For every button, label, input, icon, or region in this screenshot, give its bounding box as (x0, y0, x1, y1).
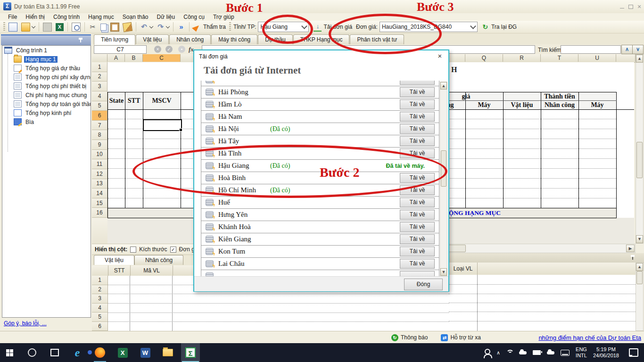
province-row[interactable]: Hà Nam Tải về (201, 110, 439, 123)
selected-cell-c7[interactable] (143, 119, 182, 131)
row-header[interactable]: 13 (92, 179, 107, 189)
eta-app-button[interactable]: Σ (181, 343, 200, 362)
row-header[interactable]: 14 (92, 189, 107, 198)
row-header[interactable]: 7 (92, 121, 107, 131)
tab-tien-luong[interactable]: Tiên lượng (94, 34, 135, 45)
onedrive-icon[interactable] (519, 351, 527, 354)
column-header-r[interactable]: R (503, 54, 541, 62)
bottom-row-header[interactable]: 4 (92, 304, 108, 313)
header-don-gia-may[interactable]: Máy (466, 101, 503, 109)
province-row[interactable]: Lai Châu Tải về (201, 257, 439, 270)
corner-cell[interactable] (92, 54, 107, 62)
bottom-row-header[interactable]: 3 (92, 294, 108, 304)
new-button[interactable] (7, 22, 19, 32)
download-button[interactable]: Tải về (400, 234, 435, 244)
explorer-button[interactable] (158, 343, 177, 362)
download-button-partial[interactable] (400, 81, 435, 85)
firefox-button[interactable] (91, 343, 109, 362)
download-button[interactable]: Tải về (400, 124, 435, 134)
excel-button[interactable]: X (113, 343, 132, 362)
run-button[interactable]: » (175, 22, 187, 32)
limitations-link[interactable]: những điểm hạn chế của Dự toán Eta (538, 334, 641, 341)
cortana-button[interactable] (23, 343, 41, 362)
province-row[interactable]: Huế Tải về (201, 196, 439, 209)
scroll-thumb[interactable] (636, 142, 643, 178)
cloud-upload-icon[interactable] (547, 351, 554, 354)
ie-button[interactable]: e (68, 343, 87, 362)
tree-item[interactable]: Tổng hợp chi phí thiết bị (14, 82, 91, 90)
row-header[interactable]: 1 (92, 62, 107, 72)
scroll-up-icon[interactable]: ▲ (636, 263, 643, 271)
province-row[interactable]: Hải Phòng Tải về (201, 86, 439, 99)
tham-tra-button[interactable]: Thẩm tra (191, 22, 228, 32)
column-header-a[interactable]: A (107, 54, 125, 62)
download-button-partial[interactable] (400, 271, 435, 276)
scroll-down-icon[interactable]: ▼ (440, 268, 447, 276)
bottom-col-ma-vl[interactable]: Mã VL (131, 265, 173, 276)
province-row[interactable]: Kiên Giang Tải về (201, 233, 439, 246)
tree-item[interactable]: Tổng hợp kinh phí (14, 108, 91, 117)
menu-item[interactable]: Công cụ (179, 13, 209, 21)
bottom-vertical-scrollbar[interactable]: ▲ (636, 263, 644, 331)
tree-item[interactable]: Hạng mục 1 (14, 55, 91, 64)
row-header[interactable]: 12 (92, 169, 107, 179)
header-tt-vat-lieu[interactable]: Vật liệu (504, 101, 540, 109)
row-header[interactable]: 11 (92, 159, 107, 169)
search-input[interactable] (561, 45, 621, 54)
cell-name-box[interactable]: C7 (94, 45, 147, 54)
ho-tro-item[interactable]: ⇄ Hỗ trợ từ xa (441, 334, 481, 341)
bottom-tab-vat-lieu[interactable]: Vật liệu (94, 255, 134, 265)
column-header-t[interactable]: T (541, 54, 578, 62)
header-thanh-tien[interactable]: Thành tiền (504, 92, 616, 100)
column-header-q[interactable]: Q (465, 54, 503, 62)
row-header[interactable]: 5 (92, 101, 107, 111)
row-header[interactable]: 6 (92, 111, 107, 121)
tree-item[interactable]: Bìa (14, 117, 91, 126)
cancel-icon[interactable]: × (154, 46, 161, 53)
scroll-up-icon[interactable]: ▲ (636, 55, 643, 63)
province-row[interactable]: Hầm Lò Tải về (201, 98, 439, 111)
download-button[interactable]: Tải về (400, 136, 435, 146)
row-header[interactable]: 10 (92, 150, 107, 160)
vertical-scrollbar[interactable]: ▲ ▼ (636, 54, 644, 244)
save-button[interactable] (41, 22, 54, 32)
task-view-button[interactable] (45, 343, 64, 362)
maximize-button[interactable] (627, 4, 634, 9)
province-row[interactable]: Khánh Hoà Tải về (201, 221, 439, 233)
keyboard-icon[interactable] (561, 350, 570, 356)
pin-icon[interactable] (632, 255, 636, 260)
bottom-corner[interactable] (92, 265, 108, 276)
scroll-up-icon[interactable]: ▲ (440, 82, 447, 90)
download-button[interactable]: Tải về (400, 259, 435, 269)
people-icon[interactable] (485, 349, 490, 354)
bottom-row-header[interactable]: 5 (92, 313, 108, 322)
header-state[interactable]: State (108, 92, 125, 109)
tree-item[interactable]: Chi phí hạng mục chung (14, 90, 91, 99)
tree-item[interactable]: Tổng hợp giá dự thầu (14, 64, 91, 73)
bottom-row-header[interactable]: 1 (92, 276, 108, 285)
wifi-icon[interactable] (506, 350, 513, 355)
pin-icon[interactable] (80, 38, 84, 42)
download-button[interactable]: Tải về (400, 87, 435, 97)
menu-item[interactable]: Hiển thị (21, 13, 49, 21)
column-header-c[interactable]: C (143, 54, 181, 62)
undo-button[interactable]: ↶ (138, 22, 155, 32)
province-row[interactable]: Hưng Yên Tải về (201, 208, 439, 221)
header-mscv[interactable]: MSCV (143, 92, 180, 109)
download-button[interactable]: Tải về (400, 222, 435, 232)
menu-item[interactable]: Soạn thảo (118, 13, 153, 21)
scroll-thumb[interactable] (636, 271, 643, 284)
scroll-down-icon[interactable]: ▼ (636, 235, 643, 243)
province-row[interactable]: Hà Nội (Đã có) Tải về (201, 123, 439, 135)
bottom-row-header[interactable]: 6 (92, 322, 108, 331)
close-button[interactable]: × (636, 4, 643, 9)
clock[interactable]: 5:19 PM24/06/2018 (593, 346, 619, 359)
search-down-button[interactable]: ∨ (632, 45, 644, 54)
dong-button[interactable]: Đóng (404, 279, 443, 290)
tab-may-thi-cong[interactable]: Máy thi công (211, 34, 257, 45)
menu-item[interactable]: Hạng mục (84, 13, 118, 21)
tab-vat-lieu[interactable]: Vật liệu (136, 34, 169, 45)
print-preview-button[interactable] (70, 22, 83, 32)
feedback-link[interactable]: Góp ý, báo lỗi, ... (4, 320, 47, 327)
thong-bao-item[interactable]: ↻ Thông báo (391, 334, 428, 341)
